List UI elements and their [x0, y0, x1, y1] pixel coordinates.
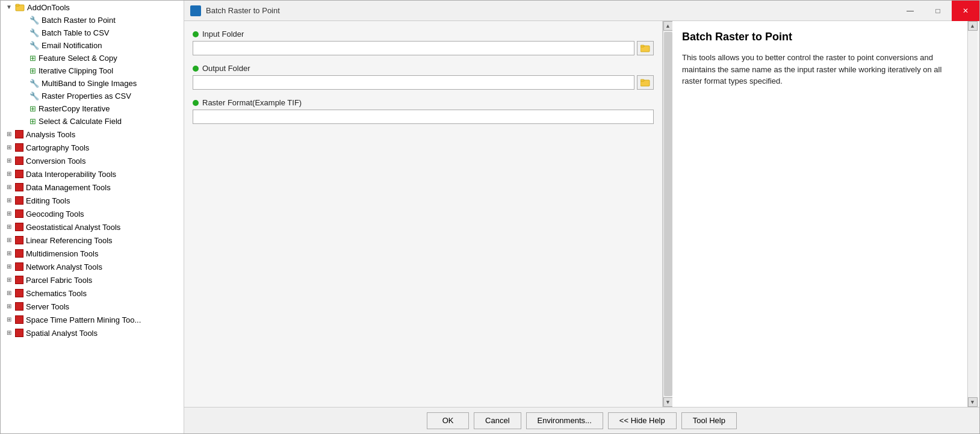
hide-help-button[interactable]: << Hide Help — [608, 412, 677, 429]
iterative-clip-label: Iterative Clipping Tool — [39, 66, 113, 75]
network-analyst-header[interactable]: ⊞ Network Analyst Tools — [1, 260, 184, 273]
geostat-label: Geostatistical Analyst Tools — [26, 223, 120, 232]
feature-select-icon: ⊞ — [29, 54, 36, 63]
dialog-title: Batch Raster to Point — [206, 6, 973, 15]
schematics-header[interactable]: ⊞ Schematics Tools — [1, 287, 184, 300]
feature-select-label: Feature Select & Copy — [39, 54, 117, 63]
multidim-icon — [15, 249, 23, 258]
cartography-tools-header[interactable]: ⊞ Cartography Tools — [1, 141, 184, 154]
raster-props-label: Raster Properties as CSV — [42, 91, 131, 101]
scroll-thumb[interactable] — [664, 32, 672, 396]
tree-item-feature-select[interactable]: ⊞ Feature Select & Copy — [1, 52, 184, 64]
batch-raster-icon: 🔧 — [29, 16, 39, 25]
maximize-button[interactable]: □ — [924, 1, 952, 21]
tool-help-button[interactable]: Tool Help — [681, 412, 737, 429]
addon-tools-header[interactable]: ▼ AddOnTools — [1, 1, 184, 14]
output-folder-browse-button[interactable] — [637, 75, 654, 90]
schematics-label: Schematics Tools — [26, 289, 87, 298]
geocoding-tools-header[interactable]: ⊞ Geocoding Tools — [1, 207, 184, 220]
parcel-fabric-header[interactable]: ⊞ Parcel Fabric Tools — [1, 273, 184, 287]
email-icon: 🔧 — [29, 41, 39, 50]
multidim-expand: ⊞ — [4, 249, 14, 258]
conversion-label: Conversion Tools — [26, 157, 85, 166]
cancel-button[interactable]: Cancel — [474, 412, 521, 429]
geostat-icon — [15, 223, 23, 231]
output-folder-group: Output Folder — [193, 64, 654, 90]
addon-label: AddOnTools — [27, 3, 70, 12]
batch-raster-label: Batch Raster to Point — [42, 16, 116, 25]
input-folder-browse-button[interactable] — [637, 41, 654, 55]
addon-expand-icon: ▼ — [4, 2, 14, 12]
space-time-header[interactable]: ⊞ Space Time Pattern Mining Too... — [1, 313, 184, 326]
tree-item-batch-table[interactable]: 🔧 Batch Table to CSV — [1, 26, 184, 39]
linear-ref-icon — [15, 236, 23, 244]
spatial-analyst-header[interactable]: ⊞ Spatial Analyst Tools — [1, 326, 184, 339]
output-folder-label-row: Output Folder — [193, 64, 654, 73]
raster-format-group: Raster Format(Example TIF) — [193, 98, 654, 124]
data-mgmt-header[interactable]: ⊞ Data Management Tools — [1, 181, 184, 194]
multidim-header[interactable]: ⊞ Multidimension Tools — [1, 247, 184, 260]
tree-item-batch-raster[interactable]: 🔧 Batch Raster to Point — [1, 14, 184, 26]
cartography-expand: ⊞ — [4, 143, 14, 152]
geocoding-icon — [15, 209, 23, 218]
tree-item-email[interactable]: 🔧 Email Notification — [1, 39, 184, 52]
help-scrollbar[interactable]: ▲ ▼ — [967, 21, 977, 407]
linear-ref-expand: ⊞ — [4, 235, 14, 245]
batch-table-icon: 🔧 — [29, 28, 39, 37]
toolboxes-list: ⊞ Analysis Tools ⊞ Cartography Tools ⊞ C… — [1, 128, 184, 339]
iterative-clip-icon: ⊞ — [29, 66, 36, 75]
close-button[interactable]: ✕ — [952, 1, 979, 21]
data-interop-label: Data Interoperability Tools — [26, 170, 116, 179]
help-description: This tools allows you to better control … — [682, 52, 958, 87]
multiband-label: MultiBand to Single Images — [42, 79, 137, 88]
server-tools-header[interactable]: ⊞ Server Tools — [1, 300, 184, 313]
analysis-icon — [15, 130, 23, 138]
input-folder-input-row — [193, 41, 654, 55]
help-scroll-up[interactable]: ▲ — [968, 21, 978, 31]
tree-item-multiband[interactable]: 🔧 MultiBand to Single Images — [1, 77, 184, 90]
browse-folder-icon-2 — [640, 78, 650, 87]
conversion-tools-header[interactable]: ⊞ Conversion Tools — [1, 154, 184, 167]
spatial-expand: ⊞ — [4, 328, 14, 338]
linear-ref-header[interactable]: ⊞ Linear Referencing Tools — [1, 234, 184, 247]
minimize-button[interactable]: — — [896, 1, 924, 21]
left-panel: ▼ AddOnTools 🔧 Batch Raster to Point 🔧 B… — [1, 1, 184, 433]
scroll-down-arrow[interactable]: ▼ — [663, 397, 673, 407]
raster-format-input-row — [193, 110, 654, 124]
help-panel: Batch Raster to Point This tools allows … — [672, 21, 967, 407]
tree-item-select-calc[interactable]: ⊞ Select & Calculate Field — [1, 115, 184, 128]
multiband-icon: 🔧 — [29, 79, 39, 88]
cartography-label: Cartography Tools — [26, 143, 89, 152]
analysis-tools-header[interactable]: ⊞ Analysis Tools — [1, 128, 184, 141]
help-scroll-down[interactable]: ▼ — [968, 397, 978, 407]
window-controls: — □ ✕ — [896, 1, 979, 21]
tree-item-iterative-clip[interactable]: ⊞ Iterative Clipping Tool — [1, 64, 184, 77]
raster-format-label: Raster Format(Example TIF) — [202, 98, 302, 107]
addon-folder-icon — [15, 2, 25, 12]
button-bar: OK Cancel Environments... << Hide Help T… — [184, 407, 979, 433]
tree-item-raster-copy[interactable]: ⊞ RasterCopy Iterative — [1, 102, 184, 115]
scroll-up-arrow[interactable]: ▲ — [663, 21, 673, 31]
environments-button[interactable]: Environments... — [526, 412, 603, 429]
editing-tools-header[interactable]: ⊞ Editing Tools — [1, 194, 184, 207]
output-folder-required-dot — [193, 66, 199, 72]
form-scrollbar[interactable]: ▲ ▼ — [663, 21, 672, 407]
batch-table-label: Batch Table to CSV — [42, 28, 110, 37]
raster-format-input[interactable] — [193, 110, 654, 124]
raster-format-required-dot — [193, 100, 199, 106]
output-folder-input-row — [193, 75, 654, 90]
browse-folder-icon — [640, 44, 650, 52]
data-interop-header[interactable]: ⊞ Data Interoperability Tools — [1, 167, 184, 181]
input-folder-input[interactable] — [193, 41, 634, 55]
geostat-tools-header[interactable]: ⊞ Geostatistical Analyst Tools — [1, 220, 184, 234]
conversion-expand: ⊞ — [4, 156, 14, 166]
output-folder-input[interactable] — [193, 75, 634, 90]
select-calc-icon: ⊞ — [29, 117, 36, 126]
network-label: Network Analyst Tools — [26, 262, 102, 271]
raster-props-icon: 🔧 — [29, 91, 39, 101]
conversion-icon — [15, 157, 23, 165]
space-time-icon — [15, 315, 23, 324]
ok-button[interactable]: OK — [427, 412, 469, 429]
tree-item-raster-props[interactable]: 🔧 Raster Properties as CSV — [1, 90, 184, 102]
network-icon — [15, 262, 23, 271]
